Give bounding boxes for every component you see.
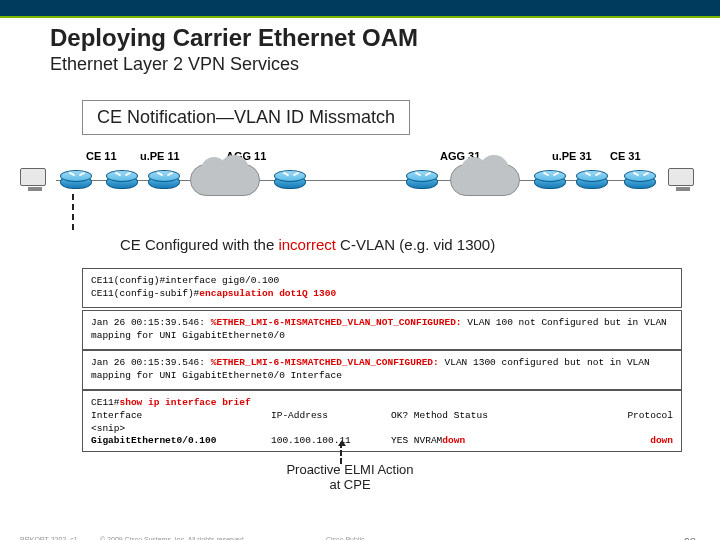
- router-icon: [534, 170, 566, 194]
- router-icon: [148, 170, 180, 194]
- caption-bad: incorrect: [278, 236, 336, 253]
- router-icon: [576, 170, 608, 194]
- col-ip: IP-Address: [271, 410, 391, 423]
- log-timestamp: Jan 26 00:15:39.546:: [91, 317, 211, 328]
- cli-prompt: CE11#: [91, 397, 120, 408]
- log-code: %ETHER_LMI-6-MISMATCHED_VLAN_NOT_CONFIGU…: [211, 317, 462, 328]
- log-code: %ETHER_LMI-6-MISMATCHED_VLAN_CONFIGURED:: [211, 357, 439, 368]
- row-ok: YES NVRAM: [391, 435, 442, 448]
- row-iface: GigabitEthernet0/0.100: [91, 435, 271, 448]
- elmi-caption: Proactive ELMI Action at CPE: [260, 462, 440, 492]
- footer-tag: Cisco Public: [326, 536, 365, 540]
- footer-page: 68: [684, 536, 696, 540]
- host-icon: [668, 168, 698, 194]
- cli-line: CE11(config)#interface gig0/0.100: [91, 275, 279, 286]
- dashed-connector: [72, 194, 74, 230]
- caption-pre: CE Configured with the: [120, 236, 278, 253]
- terminal-show: CE11#show ip interface brief Interface I…: [82, 390, 682, 452]
- router-icon: [406, 170, 438, 194]
- cli-prompt: CE11(config-subif)#: [91, 288, 199, 299]
- label-upe31: u.PE 31: [552, 150, 592, 162]
- row-status: down: [442, 435, 465, 448]
- row-protocol: down: [650, 435, 673, 446]
- caption-post: C-VLAN (e.g. vid 1300): [336, 236, 495, 253]
- col-interface: Interface: [91, 410, 271, 423]
- elmi-line2: at CPE: [260, 477, 440, 492]
- label-upe11: u.PE 11: [140, 150, 180, 162]
- terminal-log2: Jan 26 00:15:39.546: %ETHER_LMI-6-MISMAT…: [82, 350, 682, 390]
- footer-copyright: © 2009 Cisco Systems, Inc. All rights re…: [100, 536, 246, 540]
- router-icon: [106, 170, 138, 194]
- router-icon: [274, 170, 306, 194]
- label-ce31: CE 31: [610, 150, 641, 162]
- router-icon: [624, 170, 656, 194]
- terminal-log1: Jan 26 00:15:39.546: %ETHER_LMI-6-MISMAT…: [82, 310, 682, 350]
- col-protocol: Protocol: [551, 410, 673, 423]
- terminal-config: CE11(config)#interface gig0/0.100 CE11(c…: [82, 268, 682, 308]
- config-caption: CE Configured with the incorrect C-VLAN …: [120, 236, 670, 253]
- footer-code: BRKOPT-2202_c1: [20, 536, 78, 540]
- network-diagram: CE 11 u.PE 11 AGG 11 AGG 31 u.PE 31 CE 3…: [50, 150, 670, 210]
- cloud-icon: [450, 164, 520, 196]
- host-icon: [20, 168, 50, 194]
- cloud-icon: [190, 164, 260, 196]
- cli-command: encapsulation dot1Q 1300: [199, 288, 336, 299]
- elmi-line1: Proactive ELMI Action: [260, 462, 440, 477]
- topic-badge: CE Notification—VLAN ID Missmatch: [82, 100, 410, 135]
- log-timestamp: Jan 26 00:15:39.546:: [91, 357, 211, 368]
- label-ce11: CE 11: [86, 150, 117, 162]
- cli-snip: <snip>: [91, 423, 673, 436]
- header-bar: [0, 0, 720, 18]
- router-icon: [60, 170, 92, 194]
- row-ip: 100.100.100.11: [271, 435, 391, 448]
- slide-subtitle: Ethernet Layer 2 VPN Services: [50, 54, 299, 75]
- cli-command: show ip interface brief: [120, 397, 251, 408]
- callout-arrow: [340, 442, 342, 464]
- col-status: OK? Method Status: [391, 410, 551, 423]
- slide-title: Deploying Carrier Ethernet OAM: [50, 24, 418, 52]
